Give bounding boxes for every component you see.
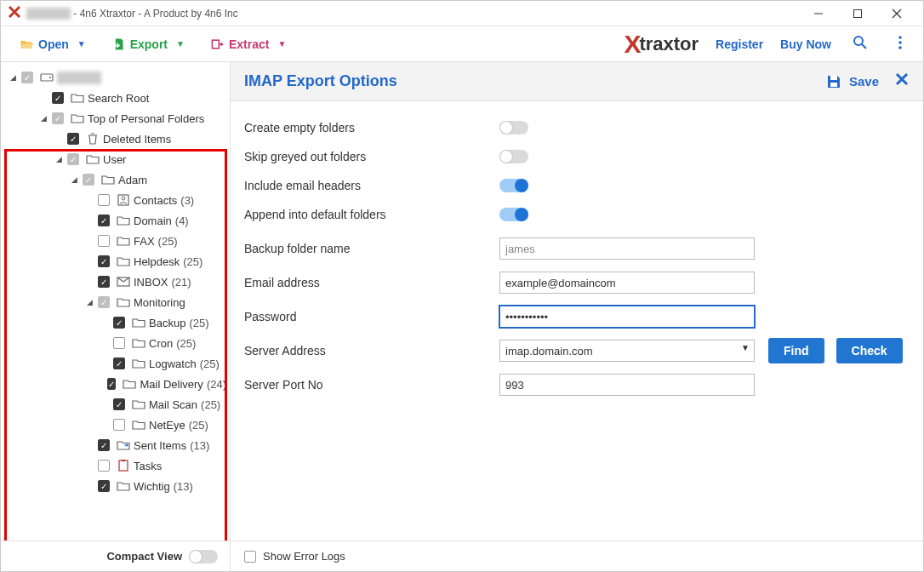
checkbox[interactable]: ✓: [98, 214, 110, 226]
checkbox[interactable]: ✓: [113, 317, 125, 329]
expand-icon[interactable]: ◢: [38, 114, 48, 123]
tree-label: FAX: [134, 235, 155, 248]
tree-node[interactable]: Tasks: [4, 455, 226, 476]
skip-greyed-toggle[interactable]: [499, 150, 528, 163]
compact-view-row: Compact View: [1, 541, 230, 571]
extract-button[interactable]: Extract ▼: [203, 34, 293, 54]
checkbox[interactable]: ✓: [98, 480, 110, 492]
folder-icon: [132, 418, 145, 432]
tree-node[interactable]: ✓Mail Scan (25): [4, 394, 226, 415]
count-label: (3): [180, 194, 194, 207]
svg-rect-15: [830, 76, 837, 80]
chevron-down-icon: ▼: [176, 39, 185, 49]
open-button[interactable]: Open ▼: [13, 34, 93, 54]
checkbox[interactable]: ✓: [67, 153, 79, 165]
search-icon[interactable]: [848, 31, 872, 57]
tree-node[interactable]: ✓Mail Delivery (24): [4, 374, 226, 394]
tree-node[interactable]: ◢✓Adam: [4, 169, 226, 190]
drive-icon: [40, 71, 54, 84]
expand-icon[interactable]: ◢: [8, 73, 18, 82]
backup-name-input[interactable]: [499, 237, 755, 260]
tree-node[interactable]: ◢✓xxxxxxxx: [4, 67, 226, 88]
tree-node[interactable]: ✓INBOX (21): [4, 272, 226, 292]
check-button[interactable]: Check: [836, 338, 903, 363]
append-default-label: Append into default folders: [244, 208, 499, 221]
tree-node[interactable]: Contacts (3): [4, 190, 226, 210]
server-port-input[interactable]: [499, 374, 755, 396]
save-label: Save: [849, 74, 879, 89]
checkbox[interactable]: [98, 460, 110, 472]
contacts-icon: [117, 193, 130, 207]
checkbox[interactable]: [113, 419, 125, 431]
tree-node[interactable]: ✓Backup (25): [4, 312, 226, 333]
tree-node[interactable]: ✓Search Root: [4, 88, 226, 108]
tree-node[interactable]: ◢✓Top of Personal Folders: [4, 108, 226, 129]
tree-node[interactable]: ✓Deleted Items: [4, 129, 226, 149]
folder-tree[interactable]: ◢✓xxxxxxxx✓Search Root◢✓Top of Personal …: [1, 62, 231, 571]
tree-node[interactable]: NetEye (25): [4, 415, 226, 435]
tree-node[interactable]: ✓Wichtig (13): [4, 476, 226, 496]
checkbox[interactable]: ✓: [113, 358, 125, 369]
expand-icon[interactable]: ◢: [54, 155, 64, 163]
include-headers-toggle[interactable]: [499, 179, 528, 192]
show-error-logs-checkbox[interactable]: [244, 551, 256, 563]
checkbox[interactable]: [98, 194, 110, 206]
expand-icon[interactable]: ◢: [69, 175, 79, 184]
more-icon[interactable]: [889, 31, 911, 56]
checkbox[interactable]: ✓: [83, 174, 94, 186]
count-label: (13): [174, 480, 193, 493]
tree-node[interactable]: Cron (25): [4, 333, 226, 353]
buy-now-link[interactable]: Buy Now: [780, 37, 831, 51]
brand-x-icon: X: [624, 30, 641, 59]
expand-icon[interactable]: ◢: [84, 298, 94, 306]
tree-label: Mail Scan: [149, 398, 197, 411]
tree-node[interactable]: ◢✓User: [4, 149, 226, 169]
tree-node[interactable]: ✓Logwatch (25): [4, 353, 226, 374]
tree-node[interactable]: ✓Helpdesk (25): [4, 251, 226, 272]
window-title: xxxxxxxx - 4n6 Xtraxtor - A Product by 4…: [26, 8, 238, 20]
close-window-button[interactable]: [877, 1, 916, 26]
folder-icon: [86, 152, 100, 166]
maximize-button[interactable]: [838, 1, 877, 26]
checkbox[interactable]: [98, 235, 110, 247]
tree-node[interactable]: FAX (25): [4, 231, 226, 251]
tree-node[interactable]: ✓Domain (4): [4, 210, 226, 231]
checkbox[interactable]: ✓: [67, 133, 79, 145]
tree-node[interactable]: ✓Sent Items (13): [4, 435, 226, 455]
folder-icon: [117, 479, 130, 493]
checkbox[interactable]: ✓: [98, 276, 110, 288]
password-input[interactable]: [499, 306, 755, 328]
register-link[interactable]: Register: [716, 37, 763, 51]
folder-icon: [132, 316, 145, 329]
tasks-icon: [117, 459, 130, 472]
checkbox[interactable]: [113, 337, 125, 349]
export-button[interactable]: Export ▼: [105, 34, 191, 54]
checkbox[interactable]: ✓: [52, 92, 64, 104]
server-address-select[interactable]: [499, 340, 755, 362]
panel-header: IMAP Export Options Save: [231, 62, 923, 101]
count-label: (25): [158, 235, 178, 248]
checkbox[interactable]: ✓: [98, 439, 110, 451]
find-button[interactable]: Find: [768, 338, 824, 363]
checkbox[interactable]: ✓: [21, 72, 33, 83]
tree-label: Backup: [149, 317, 185, 329]
svg-point-5: [898, 36, 902, 39]
count-label: (21): [171, 276, 191, 289]
minimize-button[interactable]: [799, 1, 838, 26]
checkbox[interactable]: ✓: [113, 398, 125, 410]
svg-point-7: [898, 46, 902, 49]
count-label: (25): [176, 337, 196, 350]
compact-toggle[interactable]: [189, 550, 218, 563]
checkbox[interactable]: ✓: [98, 296, 110, 308]
checkbox[interactable]: ✓: [52, 112, 64, 124]
save-button[interactable]: Save: [825, 73, 879, 90]
checkbox[interactable]: ✓: [107, 378, 116, 390]
append-default-toggle[interactable]: [499, 208, 528, 221]
window-title-blur: xxxxxxxx: [26, 8, 71, 20]
email-input[interactable]: [499, 272, 755, 294]
close-panel-button[interactable]: [894, 72, 910, 91]
create-empty-folders-toggle[interactable]: [499, 121, 528, 134]
tree-node[interactable]: ◢✓Monitoring: [4, 292, 226, 312]
checkbox[interactable]: ✓: [98, 255, 110, 267]
create-empty-folders-label: Create empty folders: [244, 121, 499, 134]
